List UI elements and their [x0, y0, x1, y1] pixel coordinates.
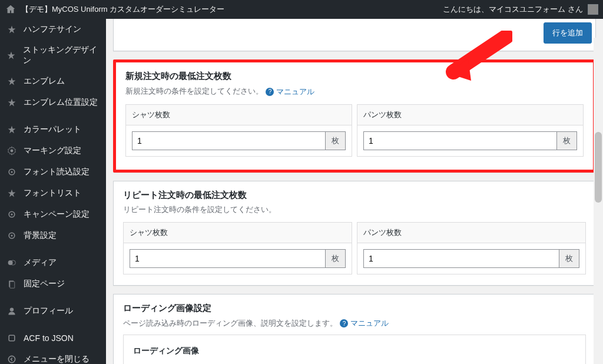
manual-link[interactable]: ? マニュアル	[266, 87, 314, 97]
pants-label: パンツ枚数	[357, 105, 583, 125]
repeat-pants-input[interactable]	[363, 249, 559, 268]
new-order-title: 新規注文時の最低注文枚数	[125, 71, 584, 82]
repeat-shirt-field: シャツ枚数 枚	[123, 222, 352, 274]
scrollbar-thumb[interactable]	[595, 132, 602, 203]
repeat-order-title: リピート注文時の最低注文枚数	[123, 190, 586, 201]
sidebar-item-label: メディア	[24, 257, 57, 268]
sidebar-item-label: エンブレム	[24, 76, 65, 87]
svg-point-6	[11, 234, 12, 236]
sidebar-item-4[interactable]: カラーパレット	[0, 119, 106, 140]
unit-suffix: 枚	[556, 131, 577, 150]
loading-line1: シミュレーターの読み込み中に表示する画像を設定する事が出来ます。	[133, 362, 576, 364]
sidebar-item-3[interactable]: エンブレム位置設定	[0, 92, 106, 113]
pin-icon	[6, 124, 18, 135]
sidebar-item-label: メニューを閉じる	[24, 354, 90, 364]
add-row-button[interactable]: 行を追加	[544, 22, 592, 44]
loading-image-box: ローディング画像 シミュレーターの読み込み中に表示する画像を設定する事が出来ます…	[123, 335, 586, 364]
admin-sidebar: ハンフテサイン ストッキングデザイン エンブレム エンブレム位置設定 カラーパレ…	[0, 19, 106, 364]
unit-suffix: 枚	[325, 131, 346, 150]
sidebar-item-7[interactable]: フォントリスト	[0, 183, 106, 204]
repeat-shirt-input[interactable]	[130, 249, 325, 268]
svg-point-11	[10, 307, 14, 311]
scrollbar-track[interactable]	[594, 38, 603, 364]
gear-icon	[6, 209, 18, 220]
sidebar-item-label: 固定ページ	[24, 279, 65, 289]
gear-icon	[6, 230, 18, 241]
sidebar-item-label: ストッキングデザイン	[23, 45, 100, 66]
sidebar-item-acf[interactable]: ACF to JSON	[0, 327, 106, 349]
shirt-label: シャツ枚数	[126, 105, 352, 125]
shirt-field: シャツ枚数 枚	[125, 104, 352, 157]
sidebar-item-label: エンブレム位置設定	[24, 97, 98, 108]
sidebar-item-collapse[interactable]: メニューを閉じる	[0, 349, 106, 364]
pin-icon	[6, 24, 18, 35]
avatar[interactable]	[588, 4, 598, 15]
new-order-section: 新規注文時の最低注文枚数 新規注文時の条件を設定してください。 ? マニュアル …	[113, 59, 596, 173]
sidebar-item-9[interactable]: 背景設定	[0, 225, 106, 246]
svg-point-13	[8, 356, 15, 362]
repeat-pants-label: パンツ枚数	[357, 223, 585, 243]
repeat-order-desc: リピート注文時の条件を設定してください。	[123, 204, 586, 215]
home-icon[interactable]	[5, 4, 16, 15]
sidebar-item-8[interactable]: キャンペーン設定	[0, 204, 106, 225]
help-icon: ?	[266, 88, 274, 96]
sidebar-item-2[interactable]: エンブレム	[0, 71, 106, 92]
annotation-arrow	[436, 31, 512, 84]
sidebar-item-1[interactable]: ストッキングデザイン	[0, 40, 106, 71]
collapse-icon	[6, 353, 18, 364]
pin-icon	[6, 49, 17, 61]
sidebar-item-label: プロフィール	[24, 306, 73, 316]
new-order-desc: 新規注文時の条件を設定してください。	[125, 87, 263, 95]
sidebar-item-pages[interactable]: 固定ページ	[0, 273, 106, 294]
sidebar-item-label: ACF to JSON	[24, 333, 74, 343]
manual-link[interactable]: ? マニュアル	[340, 318, 389, 329]
sidebar-item-5[interactable]: マーキング設定	[0, 140, 106, 161]
sidebar-item-label: キャンペーン設定	[24, 209, 90, 220]
content-area: 行を追加 新規注文時の最低注文枚数 新規注文時の条件を設定してください。 ? マ…	[106, 19, 603, 364]
repeat-order-section: リピート注文時の最低注文枚数 リピート注文時の条件を設定してください。 シャツ枚…	[113, 181, 596, 286]
repeat-pants-field: パンツ枚数 枚	[357, 222, 586, 274]
pin-icon	[6, 75, 18, 87]
svg-rect-12	[9, 335, 15, 341]
pin-icon	[6, 187, 18, 199]
loading-desc: ページ読み込み時のローディング画像、説明文を設定します。	[123, 319, 337, 327]
repeat-shirt-label: シャツ枚数	[124, 223, 352, 243]
sidebar-item-0[interactable]: ハンフテサイン	[0, 19, 106, 40]
svg-point-4	[11, 213, 12, 215]
sidebar-item-label: フォント読込設定	[24, 167, 90, 177]
page-icon	[6, 278, 18, 290]
svg-point-7	[8, 260, 13, 265]
gear-icon	[6, 145, 18, 157]
sidebar-item-6[interactable]: フォント読込設定	[0, 161, 106, 183]
sidebar-item-label: 背景設定	[24, 230, 57, 241]
help-icon: ?	[340, 319, 348, 327]
loading-box-title: ローディング画像	[133, 343, 576, 358]
svg-point-2	[11, 171, 12, 173]
admin-bar: 【デモ】MyCOS Uniform カスタムオーダーシミュレーター こんにちは、…	[0, 0, 603, 19]
media-icon	[6, 257, 18, 269]
sidebar-item-label: カラーパレット	[24, 124, 81, 135]
user-icon	[6, 305, 18, 317]
greeting-text[interactable]: こんにちは、マイコスユニフォーム さん	[443, 4, 583, 15]
pants-input[interactable]	[363, 131, 556, 150]
site-title[interactable]: 【デモ】MyCOS Uniform カスタムオーダーシミュレーター	[21, 4, 224, 15]
sidebar-item-profile[interactable]: プロフィール	[0, 300, 106, 322]
svg-point-0	[11, 150, 14, 153]
pants-field: パンツ枚数 枚	[357, 104, 584, 157]
gear-icon	[6, 166, 18, 178]
loading-section: ローディング画像設定 ページ読み込み時のローディング画像、説明文を設定します。 …	[113, 294, 596, 365]
sidebar-item-label: フォントリスト	[24, 188, 81, 198]
unit-suffix: 枚	[325, 249, 346, 268]
shirt-input[interactable]	[132, 131, 325, 150]
pin-icon	[6, 97, 18, 108]
unit-suffix: 枚	[559, 249, 579, 268]
loading-title: ローディング画像設定	[123, 303, 586, 314]
sidebar-item-label: マーキング設定	[24, 145, 81, 156]
tool-icon	[6, 332, 18, 344]
sidebar-item-media[interactable]: メディア	[0, 252, 106, 273]
svg-rect-10	[10, 282, 15, 288]
sidebar-item-label: ハンフテサイン	[24, 24, 81, 35]
